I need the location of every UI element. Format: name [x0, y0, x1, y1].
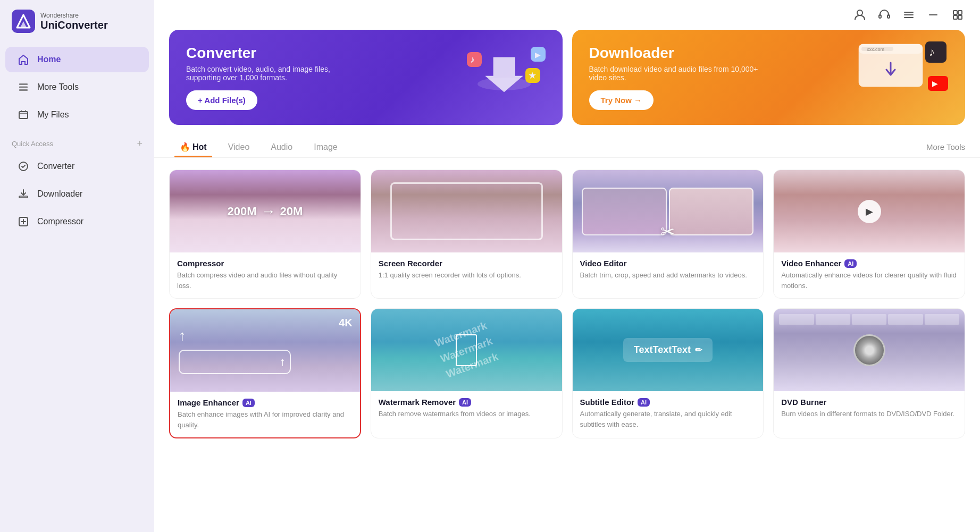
sidebar: Wondershare UniConverter Home More Tools… — [0, 0, 154, 532]
video-enhancer-ai-badge: AI — [844, 259, 857, 268]
subtitle-text-overlay: TextTextText ✏ — [623, 338, 713, 362]
sidebar-item-converter[interactable]: Converter — [5, 154, 149, 179]
tool-card-video-enhancer[interactable]: ▶ Video Enhancer AI Automatically enhanc… — [773, 170, 965, 299]
my-files-icon — [17, 108, 30, 121]
image-enhancer-desc: Batch enhance images with AI for improve… — [178, 409, 353, 430]
tool-card-video-editor[interactable]: ✂ Video Editor Batch trim, crop, speed a… — [572, 170, 764, 299]
more-tools-icon — [17, 81, 30, 94]
sidebar-item-home[interactable]: Home — [5, 47, 149, 72]
svg-rect-8 — [19, 196, 28, 198]
tab-audio[interactable]: Audio — [260, 137, 303, 157]
quick-access-label: Quick Access — [12, 140, 53, 148]
sidebar-my-files-label: My Files — [37, 110, 69, 120]
topbar — [154, 0, 980, 30]
watermark-remover-name: Watermark Remover AI — [379, 398, 555, 407]
logo-text: Wondershare UniConverter — [40, 12, 108, 31]
svg-rect-13 — [904, 12, 914, 13]
logo-name: UniConverter — [40, 19, 108, 31]
more-tools-link[interactable]: More Tools — [926, 142, 965, 151]
sidebar-item-downloader[interactable]: Downloader — [5, 181, 149, 207]
screen-recorder-info: Screen Recorder 1:1 quality screen recor… — [371, 252, 562, 288]
svg-rect-3 — [19, 83, 28, 85]
tab-video-label: Video — [228, 142, 250, 151]
watermark-remover-desc: Batch remove watermarks from videos or i… — [379, 409, 555, 419]
video-editor-name: Video Editor — [580, 259, 756, 268]
svg-rect-11 — [879, 15, 881, 18]
play-button-icon: ▶ — [858, 200, 881, 223]
tool-card-dvd-burner[interactable]: DVD Burner Burn videos in different form… — [773, 308, 965, 438]
film-segment-1 — [779, 314, 814, 325]
logo-area: Wondershare UniConverter — [0, 10, 154, 46]
screen-recorder-thumb — [371, 170, 562, 252]
converter-banner: Converter Batch convert video, audio, an… — [169, 30, 563, 125]
video-enhancer-name: Video Enhancer AI — [781, 259, 957, 268]
enhancer-arrows-container: ↑ ↑ — [179, 327, 351, 374]
editor-panel-1 — [582, 188, 666, 235]
maximize-icon[interactable] — [950, 7, 965, 22]
4k-label: 4K — [339, 317, 353, 329]
compressor-name: Compressor — [177, 259, 353, 268]
sidebar-item-compressor[interactable]: Compressor — [5, 209, 149, 234]
editor-panel-2 — [669, 188, 753, 235]
svg-rect-20 — [958, 15, 962, 19]
compress-arrow-icon: → — [261, 203, 276, 220]
image-enhancer-name: Image Enhancer AI — [178, 398, 353, 407]
menu-icon[interactable] — [901, 7, 916, 22]
svg-rect-12 — [887, 15, 890, 18]
video-enhancer-thumb: ▶ — [774, 170, 965, 252]
svg-text:▶: ▶ — [535, 50, 541, 59]
film-segment-3 — [852, 314, 886, 325]
sidebar-item-my-files[interactable]: My Files — [5, 102, 149, 128]
tab-hot[interactable]: 🔥 Hot — [169, 137, 217, 157]
sidebar-home-label: Home — [37, 55, 61, 64]
tool-card-subtitle-editor[interactable]: TextTextText ✏ Subtitle Editor AI Automa… — [572, 308, 764, 438]
tool-card-image-enhancer[interactable]: 4K ↑ ↑ Image Enhancer AI Batch enhance i… — [169, 308, 361, 438]
tool-card-screen-recorder[interactable]: Screen Recorder 1:1 quality screen recor… — [371, 170, 563, 299]
downloader-banner-subtitle: Batch download video and audio files fro… — [589, 65, 770, 82]
tool-card-watermark-remover[interactable]: Watermark Watermark Watermark Watermark … — [371, 308, 563, 438]
subtitle-sample-text: TextTextText — [634, 344, 691, 356]
compressor-info: Compressor Batch compress video and audi… — [170, 252, 361, 298]
svg-rect-4 — [19, 87, 28, 88]
subtitle-editor-info: Subtitle Editor AI Automatically generat… — [573, 391, 764, 437]
quick-access-add-icon[interactable]: + — [137, 138, 143, 149]
sidebar-more-tools-label: More Tools — [37, 82, 79, 92]
enhancer-box: ↑ — [179, 350, 291, 374]
screen-recorder-name: Screen Recorder — [379, 259, 555, 268]
main-content: Converter Batch convert video, audio, an… — [154, 0, 980, 532]
watermark-remover-ai-badge: AI — [459, 398, 471, 407]
account-icon[interactable] — [852, 7, 867, 22]
svg-rect-15 — [904, 17, 914, 18]
svg-text:★: ★ — [528, 70, 537, 81]
headset-icon[interactable] — [877, 7, 892, 22]
minimize-icon[interactable] — [926, 7, 941, 22]
up-arrow-2: ↑ — [280, 355, 286, 369]
converter-banner-illustration: ♪ ★ ▶ — [456, 41, 552, 114]
home-icon — [17, 53, 30, 66]
dvd-burner-desc: Burn videos in different formats to DVD/… — [781, 409, 957, 419]
compress-size-to: 20M — [280, 205, 303, 218]
svg-rect-17 — [953, 11, 957, 14]
sidebar-item-more-tools[interactable]: More Tools — [5, 74, 149, 100]
subtitle-editor-desc: Automatically generate, translate, and q… — [580, 409, 756, 429]
tab-image-label: Image — [314, 142, 337, 151]
svg-point-10 — [857, 10, 862, 15]
svg-rect-14 — [904, 14, 914, 15]
tab-image[interactable]: Image — [303, 137, 348, 157]
subtitle-editor-thumb: TextTextText ✏ — [573, 309, 764, 391]
tool-card-compressor[interactable]: 200M → 20M Compressor Batch compress vid… — [169, 170, 361, 299]
svg-rect-18 — [958, 11, 962, 14]
svg-text:▶: ▶ — [932, 79, 938, 88]
film-segment-5 — [925, 314, 959, 325]
pencil-icon: ✏ — [695, 345, 702, 355]
tab-audio-label: Audio — [271, 142, 292, 151]
downloader-banner-illustration: xxx.com ♪ ▶ — [848, 39, 954, 116]
converter-add-files-button[interactable]: + Add File(s) — [186, 90, 257, 110]
sidebar-downloader-label: Downloader — [37, 189, 82, 199]
dvd-burner-name: DVD Burner — [781, 398, 957, 407]
scissors-icon: ✂ — [660, 222, 675, 242]
downloader-try-now-button[interactable]: Try Now → — [589, 90, 654, 110]
tab-video[interactable]: Video — [217, 137, 261, 157]
svg-rect-6 — [19, 112, 28, 119]
dvd-disc-icon — [853, 334, 885, 366]
